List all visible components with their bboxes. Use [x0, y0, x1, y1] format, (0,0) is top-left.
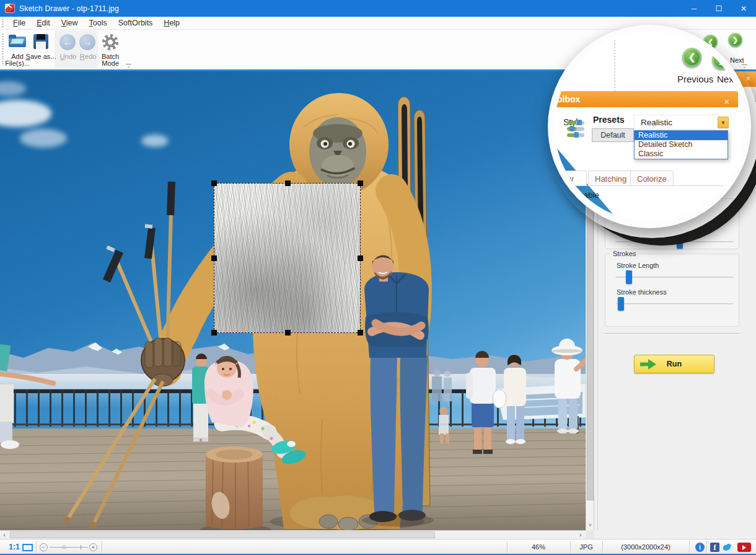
batch-mode-label: Batch Mode [94, 53, 126, 67]
next-button[interactable]: ❯ [728, 33, 742, 47]
magnified-previous-button[interactable]: ❮ [682, 48, 701, 67]
magnified-previous-label: Previous [677, 74, 713, 84]
close-button[interactable]: ✕ [731, 0, 756, 17]
slider-track[interactable] [615, 303, 734, 305]
window-title: Sketch Drawer - otp-1711.jpg [19, 4, 119, 13]
youtube-icon[interactable] [737, 543, 751, 552]
slider-track[interactable] [615, 241, 734, 243]
app-window: Sketch Drawer - otp-1711.jpg ─ ☐ ✕ File … [0, 0, 756, 555]
zoom-in-button[interactable]: + [89, 543, 97, 551]
zoom-ratio-button[interactable]: 1:1 [5, 539, 24, 554]
selection-handle[interactable] [211, 180, 217, 186]
strokes-group: Strokes Stroke Length Stroke thickness [605, 254, 739, 327]
magnified-toolbox-title: Toolbox [555, 94, 580, 104]
image-canvas[interactable] [0, 71, 586, 530]
magnified-style-dropdown: Realistic Detailed Sketch Classic [634, 130, 728, 159]
magnified-toolbox-bar: Toolbox × [555, 91, 738, 107]
selection-handle[interactable] [358, 255, 363, 261]
magnified-presets-value[interactable]: Default [592, 128, 634, 142]
magnified-enable-label: Enable [573, 190, 599, 200]
twitter-icon[interactable] [723, 543, 732, 552]
selection-handle[interactable] [211, 255, 217, 261]
upper-slider[interactable] [615, 235, 734, 249]
zoom-home-icon[interactable]: ⌂ [62, 543, 66, 550]
dropdown-option-detailed-sketch[interactable]: Detailed Sketch [635, 140, 727, 149]
stroke-length-slider[interactable] [615, 270, 734, 284]
stroke-length-label: Stroke Length [617, 262, 659, 269]
slider-thumb[interactable] [626, 270, 632, 284]
magnified-close-icon[interactable]: × [724, 94, 729, 110]
magnified-tab-hatching[interactable]: Hatching [588, 171, 633, 186]
facebook-icon[interactable]: f [710, 543, 719, 552]
menu-help[interactable]: Help [158, 17, 185, 29]
menu-view[interactable]: View [56, 17, 84, 29]
stroke-thickness-slider[interactable] [615, 297, 734, 311]
magnified-tab-baseline [555, 185, 744, 186]
magnified-presets-label: Presets [593, 115, 625, 125]
magnified-presets-icon [567, 120, 586, 138]
scroll-left-icon[interactable]: ‹ [0, 531, 9, 539]
zoom-percent: 46% [507, 539, 570, 554]
selection-handle[interactable] [211, 330, 217, 335]
menu-softorbits[interactable]: SoftOrbits [113, 17, 159, 29]
menu-file[interactable]: File [7, 17, 31, 29]
gear-icon [102, 34, 118, 50]
save-icon [33, 34, 48, 49]
menu-grip [2, 19, 4, 28]
selection-region[interactable] [214, 183, 361, 333]
selection-handle[interactable] [285, 330, 291, 335]
minimize-button[interactable]: ─ [682, 0, 706, 17]
fit-to-screen-icon[interactable] [22, 544, 33, 551]
mascot-feet [290, 495, 383, 530]
batch-mode-button[interactable]: Batch Mode [98, 31, 123, 68]
selection-handle[interactable] [285, 180, 291, 186]
magnified-tab-colorize[interactable]: Colorize [630, 171, 674, 186]
slider-thumb[interactable] [618, 297, 624, 311]
toolbar-overflow-icon[interactable]: ⌄ [126, 64, 131, 69]
magnifier-overlay: ❮ ❯ Previous Next Toolbox × Style Realis… [548, 25, 751, 228]
magnified-style-value: Realistic [641, 118, 672, 127]
file-format: JPG [570, 539, 602, 554]
scroll-corner [586, 530, 594, 539]
add-files-icon [9, 35, 26, 48]
menu-edit[interactable]: Edit [31, 17, 56, 29]
image-dimensions: (3000x2000x24) [602, 539, 689, 554]
run-arrow-icon [640, 359, 656, 370]
zoom-out-button[interactable]: − [40, 543, 48, 551]
title-bar: Sketch Drawer - otp-1711.jpg ─ ☐ ✕ [0, 0, 756, 17]
strokes-group-label: Strokes [610, 250, 638, 257]
status-bar: 1:1 − ⌂ + 46% JPG (3000x2000x24) i f [0, 539, 756, 555]
zoom-slider-track[interactable] [50, 547, 88, 548]
horizontal-scrollbar[interactable]: ‹ › [0, 530, 586, 539]
redo-icon: → [79, 34, 95, 50]
app-icon [5, 4, 15, 13]
horizontal-scroll-thumb[interactable] [10, 531, 435, 538]
magnified-next-label: Next [717, 74, 736, 84]
scroll-right-icon[interactable]: › [576, 531, 585, 539]
selection-handle[interactable] [358, 330, 363, 335]
mascot-face [309, 117, 366, 187]
magnified-toolbar-separator [614, 40, 615, 95]
stroke-thickness-label: Stroke thickness [617, 288, 667, 296]
save-as-button[interactable]: Save as... [29, 31, 53, 68]
slider-thumb[interactable] [677, 235, 683, 249]
dropdown-option-realistic[interactable]: Realistic [635, 131, 727, 140]
maximize-button[interactable]: ☐ [706, 0, 731, 17]
run-label: Run [667, 360, 682, 368]
magnified-style-combobox[interactable]: Realistic ▼ [634, 115, 731, 130]
zoom-slider-handle[interactable] [81, 545, 81, 549]
dropdown-option-classic[interactable]: Classic [635, 149, 727, 159]
menu-tools[interactable]: Tools [84, 17, 113, 29]
slider-track[interactable] [615, 277, 734, 278]
selection-handle[interactable] [358, 180, 363, 186]
panel-separator [605, 333, 739, 334]
magnified-dropdown-icon[interactable]: ▼ [718, 117, 729, 128]
undo-icon: ← [59, 34, 76, 50]
add-files-button[interactable]: Add File(s)... [5, 31, 30, 68]
run-button[interactable]: Run [634, 355, 714, 373]
info-icon[interactable]: i [695, 543, 705, 552]
